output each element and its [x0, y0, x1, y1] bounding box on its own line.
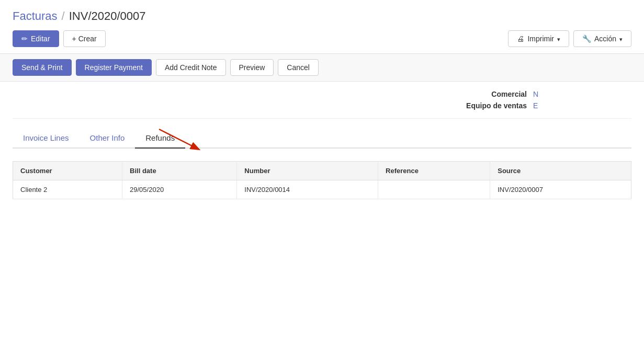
comercial-label: Comercial — [454, 90, 527, 98]
tab-invoice-lines[interactable]: Invoice Lines — [13, 129, 80, 149]
register-payment-button[interactable]: Register Payment — [76, 59, 152, 76]
refunds-table: Customer Bill date Number Reference Sour… — [13, 161, 631, 199]
cell-reference — [378, 180, 490, 199]
send-print-button[interactable]: Send & Print — [13, 59, 72, 76]
content-area: Comercial N Equipo de ventas E — [0, 82, 644, 199]
cancel-button[interactable]: Cancel — [278, 59, 319, 76]
tab-other-info[interactable]: Other Info — [80, 129, 135, 149]
col-bill-date: Bill date — [122, 162, 237, 180]
create-button[interactable]: + Crear — [63, 30, 106, 47]
info-fields: Comercial N Equipo de ventas E — [454, 90, 631, 110]
cell-bill-date: 29/05/2020 — [122, 180, 237, 199]
print-icon: 🖨 — [517, 35, 524, 43]
cell-number: INV/2020/0014 — [237, 180, 378, 199]
table-section: Customer Bill date Number Reference Sour… — [13, 161, 631, 199]
action-button[interactable]: 🔧 Acción — [573, 30, 631, 47]
add-credit-note-button[interactable]: Add Credit Note — [156, 59, 226, 76]
wrench-icon: 🔧 — [582, 35, 591, 43]
breadcrumb-current: INV/2020/0007 — [69, 9, 146, 23]
toolbar-right: 🖨 Imprimir 🔧 Acción — [508, 30, 631, 47]
page-header: Facturas / INV/2020/0007 ✏ Editar + Crea… — [0, 0, 644, 54]
info-row-comercial: Comercial N — [454, 90, 631, 98]
cell-source: INV/2020/0007 — [490, 180, 631, 199]
breadcrumb: Facturas / INV/2020/0007 — [13, 9, 631, 23]
info-row-equipo: Equipo de ventas E — [454, 101, 631, 110]
edit-icon: ✏ — [21, 35, 28, 43]
equipo-label: Equipo de ventas — [454, 101, 527, 110]
table-row: Cliente 2 29/05/2020 INV/2020/0014 INV/2… — [13, 180, 631, 199]
breadcrumb-separator: / — [62, 9, 65, 23]
edit-button[interactable]: ✏ Editar — [13, 30, 59, 47]
equipo-value[interactable]: E — [533, 101, 538, 110]
col-number: Number — [237, 162, 378, 180]
info-section: Comercial N Equipo de ventas E — [13, 82, 631, 119]
print-chevron-icon — [557, 35, 560, 43]
preview-button[interactable]: Preview — [230, 59, 274, 76]
table-header-row: Customer Bill date Number Reference Sour… — [13, 162, 631, 180]
tabs-section: Invoice Lines Other Info Refunds Custome… — [13, 119, 631, 199]
comercial-value[interactable]: N — [533, 90, 538, 98]
action-bar: Send & Print Register Payment Add Credit… — [0, 54, 644, 82]
print-button[interactable]: 🖨 Imprimir — [508, 30, 569, 47]
col-customer: Customer — [13, 162, 122, 180]
tabs-bar: Invoice Lines Other Info Refunds — [13, 129, 631, 149]
cell-customer: Cliente 2 — [13, 180, 122, 199]
breadcrumb-parent[interactable]: Facturas — [13, 9, 58, 23]
col-source: Source — [490, 162, 631, 180]
tab-refunds[interactable]: Refunds — [135, 129, 185, 149]
col-reference: Reference — [378, 162, 490, 180]
toolbar: ✏ Editar + Crear 🖨 Imprimir 🔧 Acción — [13, 30, 631, 47]
action-chevron-icon — [619, 35, 623, 43]
